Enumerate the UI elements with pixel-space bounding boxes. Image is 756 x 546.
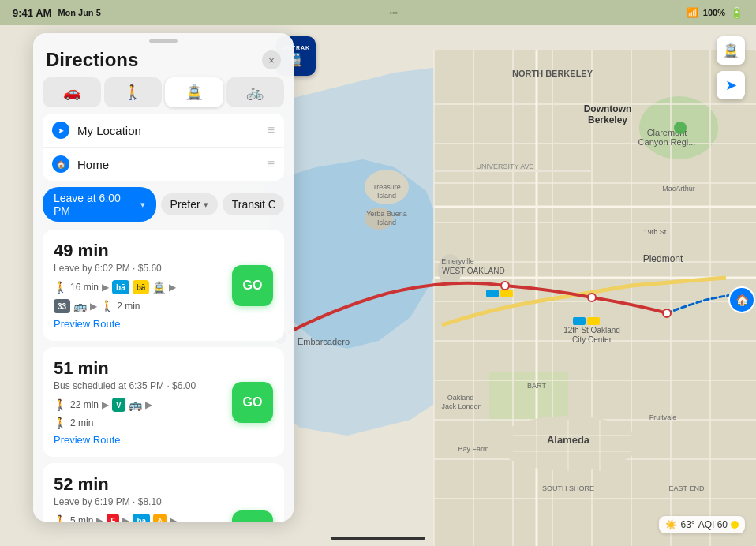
svg-point-37: [588, 294, 596, 301]
transit-tab-icon: 🚊: [185, 84, 203, 101]
svg-text:City Center: City Center: [572, 335, 612, 344]
svg-text:Emeryville: Emeryville: [441, 257, 474, 265]
from-row: ➤ My Location ≡: [43, 114, 284, 148]
walk-22min: 22 min: [70, 399, 99, 410]
close-icon: ×: [268, 54, 275, 66]
walk-duration-2: 2 min: [117, 301, 140, 312]
location-icon: ➤: [52, 122, 69, 139]
walk-tab[interactable]: 🚶: [104, 77, 163, 107]
to-row: 🏠 Home ≡: [43, 148, 284, 181]
walk-duration: 16 min: [70, 282, 99, 293]
prefer-chevron-icon: ▾: [204, 200, 208, 210]
svg-text:Canyon Regi...: Canyon Regi...: [638, 137, 696, 147]
walk-step-3: 🚶: [54, 514, 67, 522]
route-inputs: ➤ My Location ≡ 🏠 Home ≡: [43, 114, 284, 181]
bike-tab[interactable]: 🚲: [226, 77, 285, 107]
svg-text:EAST END: EAST END: [669, 484, 705, 492]
svg-text:SOUTH SHORE: SOUTH SHORE: [542, 484, 594, 492]
route-3-duration: 52 min: [54, 474, 218, 495]
v-badge: V: [112, 398, 125, 412]
temperature: 63°: [680, 519, 694, 530]
svg-text:12th St Oakland: 12th St Oakland: [563, 326, 620, 335]
f-badge: F: [107, 514, 119, 522]
transit-map-button[interactable]: 🚊: [717, 36, 745, 65]
location-map-button[interactable]: ➤: [717, 71, 745, 99]
car-tab[interactable]: 🚗: [43, 77, 101, 107]
home-icon: 🏠: [52, 155, 69, 173]
bus-33-badge: 33: [54, 299, 70, 313]
ba-badge-3: bā: [133, 514, 150, 522]
battery-level: 100%: [703, 8, 725, 17]
svg-point-38: [663, 309, 671, 317]
walk-step-icon-2: 🚶: [100, 300, 114, 312]
drag-handle: [149, 39, 178, 43]
prefer-label: Prefer: [170, 198, 200, 211]
arrow-icon-3: ▶: [90, 301, 97, 312]
route-card-1: 49 min Leave by 6:02 PM · $5.60 🚶 16 min…: [43, 230, 284, 341]
close-button[interactable]: ×: [262, 50, 281, 69]
status-date: Mon Jun 5: [58, 8, 100, 17]
aqi-badge: ☀️ 63° AQI 60: [659, 516, 745, 533]
leave-button[interactable]: Leave at 6:00 PM ▾: [43, 187, 156, 222]
svg-text:Alameda: Alameda: [547, 434, 590, 446]
route-2-duration: 51 min: [54, 358, 218, 379]
go-button-2[interactable]: GO: [232, 382, 273, 423]
status-time: 9:41 AM: [13, 7, 51, 19]
transit-tab[interactable]: 🚊: [165, 77, 223, 107]
svg-text:Bay Farm: Bay Farm: [458, 445, 488, 453]
panel-title: Directions: [46, 49, 138, 71]
from-input[interactable]: My Location: [77, 124, 260, 137]
bike-icon: 🚲: [246, 84, 264, 101]
svg-text:Treasure: Treasure: [372, 183, 401, 191]
preview-route-2[interactable]: Preview Route: [54, 434, 218, 446]
route-3-steps: 🚶 5 min ▶ F ▶ bā ⚠ ▶: [54, 514, 218, 522]
transit-filter-button[interactable]: Transit C: [223, 193, 284, 215]
arrow-icon: ▶: [102, 282, 109, 293]
prefer-button[interactable]: Prefer ▾: [161, 193, 218, 215]
svg-text:MacArthur: MacArthur: [662, 185, 695, 193]
svg-rect-42: [500, 290, 513, 297]
sun-icon: ☀️: [665, 519, 677, 530]
svg-text:Oakland-: Oakland-: [447, 394, 477, 402]
svg-text:Piedmont: Piedmont: [643, 253, 683, 264]
location-arrow-icon: ➤: [725, 77, 737, 94]
car-icon: 🚗: [63, 84, 80, 101]
train-step-icon: 🚊: [152, 281, 166, 294]
battery-icon: 🔋: [730, 6, 743, 19]
svg-text:NORTH BERKELEY: NORTH BERKELEY: [512, 69, 593, 78]
aqi-indicator: [731, 521, 739, 529]
walk-icon: 🚶: [124, 84, 141, 101]
aqi-label: AQI 60: [698, 519, 728, 530]
go-button-3[interactable]: GO: [232, 510, 273, 522]
route-results: 49 min Leave by 6:02 PM · $5.60 🚶 16 min…: [33, 230, 294, 522]
route-card-2: 51 min Bus scheduled at 6:35 PM · $6.00 …: [43, 347, 284, 457]
svg-rect-3: [489, 372, 568, 420]
route-3-detail: Leave by 6:19 PM · $8.10: [54, 496, 218, 507]
route-1-steps-top: 🚶 16 min ▶ bā bā 🚊 ▶: [54, 280, 218, 294]
go-button-1[interactable]: GO: [232, 265, 273, 306]
to-input[interactable]: Home: [77, 158, 260, 171]
route-2-steps: 🚶 22 min ▶ V 🚌 ▶: [54, 398, 218, 412]
svg-text:Island: Island: [377, 192, 396, 200]
warning-badge: ⚠: [153, 514, 167, 522]
svg-point-36: [501, 282, 509, 290]
svg-text:BART: BART: [527, 382, 546, 390]
walk-5min: 5 min: [70, 515, 93, 522]
bus-icon-2: 🚌: [129, 398, 142, 411]
svg-text:Yerba Buena: Yerba Buena: [366, 210, 407, 218]
arrow-r3-2: ▶: [122, 515, 129, 522]
wifi-icon: 📶: [687, 7, 698, 18]
svg-text:WEST OAKLAND: WEST OAKLAND: [442, 267, 504, 275]
arrow-icon-2: ▶: [169, 282, 176, 293]
svg-text:19th St: 19th St: [644, 228, 667, 236]
route-card-3: 52 min Leave by 6:19 PM · $8.10 🚶 5 min …: [43, 463, 284, 522]
arrow-2: ▶: [102, 399, 109, 410]
leave-label: Leave at 6:00 PM: [54, 192, 137, 217]
svg-text:🏠: 🏠: [735, 294, 750, 307]
svg-rect-39: [573, 317, 586, 325]
preview-route-1[interactable]: Preview Route: [54, 318, 218, 330]
transit-icon: 🚊: [722, 42, 739, 59]
directions-panel: Directions × 🚗 🚶 🚊 🚲 ➤ My Location ≡: [33, 33, 294, 522]
bart-yellow-badge: bā: [133, 280, 150, 294]
panel-header: Directions ×: [33, 46, 294, 77]
